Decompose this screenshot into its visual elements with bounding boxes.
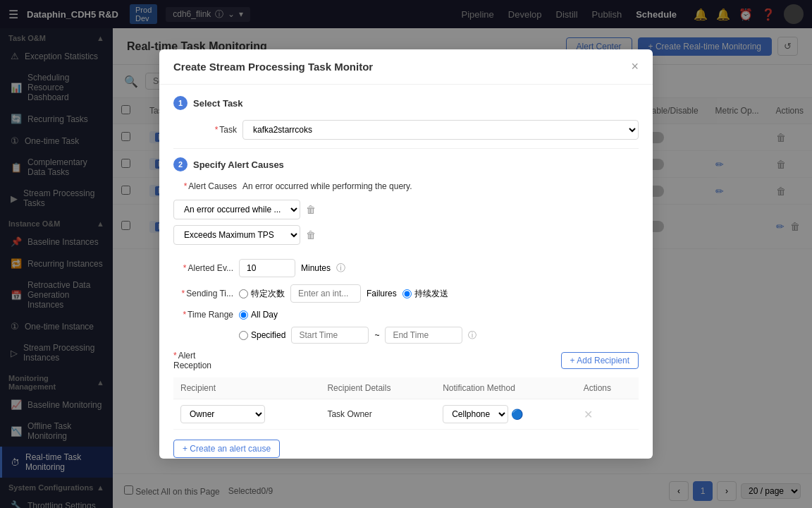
alert-cause-row-2: Exceeds Maximum TPS 🗑 [173,225,639,245]
time-separator: ~ [374,330,379,340]
create-alert-cause-section: + Create an alert cause [173,437,639,458]
recipient-table-header: Recipient Recipient Details Notification… [173,377,639,399]
recipient-table: Recipient Recipient Details Notification… [173,377,639,430]
failures-label: Failures [367,289,397,298]
alerted-every-row: *Alerted Ev... Minutes ⓘ [173,259,639,277]
col-recipient-details: Recipient Details [320,377,436,399]
minutes-label: Minutes [301,263,331,273]
time-info-icon: ⓘ [468,329,476,341]
sending-times-row: *Sending Ti... 特定次数 Failures 持续发送 [173,284,639,303]
step2-header: 2 Specify Alert Causes [173,157,639,171]
task-select[interactable]: kafka2starrcoks [242,120,639,140]
step1-header: 1 Select Task [173,96,639,110]
start-time-input[interactable] [291,327,369,344]
create-monitor-modal: Create Stream Processing Task Monitor × … [159,49,653,459]
delete-cause-2-button[interactable]: 🗑 [306,229,316,241]
delete-recipient-button[interactable]: ✕ [584,409,593,421]
radio-continuous[interactable]: 持续发送 [402,288,448,300]
notification-method-cell: Cellphone 🔵 [443,405,569,423]
modal-title: Create Stream Processing Task Monitor [173,61,373,73]
alert-cause-select-2[interactable]: Exceeds Maximum TPS [173,225,300,245]
create-alert-cause-button[interactable]: + Create an alert cause [173,440,280,458]
alert-cause-select-1[interactable]: An error occurred while ... [173,200,300,219]
notification-settings-icon[interactable]: 🔵 [511,409,523,420]
col-recipient: Recipient [173,377,320,399]
radio-specific-times[interactable]: 特定次数 [239,288,285,300]
alerted-every-info-icon: ⓘ [336,262,345,274]
delete-cause-1-button[interactable]: 🗑 [306,204,316,215]
radio-specified[interactable]: Specified [239,330,285,340]
modal-header: Create Stream Processing Task Monitor × [159,49,653,85]
notification-select[interactable]: Cellphone [443,405,508,423]
end-time-input[interactable] [385,327,462,344]
alert-causes-rows: An error occurred while ... 🗑 Exceeds Ma… [173,200,639,250]
alert-reception-header: *Alert Reception + Add Recipient [173,351,639,370]
alert-causes-value: An error occurred while performing the q… [242,181,412,191]
radio-all-day[interactable]: All Day [239,310,278,320]
sending-times-input[interactable] [290,284,361,303]
alerted-every-input[interactable] [239,259,295,277]
recipient-select[interactable]: Owner [180,405,265,423]
modal-overlay[interactable]: Create Stream Processing Task Monitor × … [0,0,812,508]
col-notification-method: Notification Method [436,377,576,399]
time-range-row: *Time Range All Day [173,310,639,320]
col-actions: Actions [577,377,639,399]
recipient-row: Owner Task Owner Cellphone 🔵 [173,399,639,430]
time-range-specified-row: Specified ~ ⓘ [173,327,639,344]
recipient-details: Task Owner [327,409,371,419]
task-form-row: *Task kafka2starrcoks [173,120,639,140]
modal-body: 1 Select Task *Task kafka2starrcoks 2 Sp… [159,85,653,459]
alert-causes-form-row: *Alert Causes An error occurred while pe… [173,181,639,191]
modal-close-button[interactable]: × [631,59,639,74]
add-recipient-button[interactable]: + Add Recipient [561,352,639,369]
alert-cause-row-1: An error occurred while ... 🗑 [173,200,639,219]
